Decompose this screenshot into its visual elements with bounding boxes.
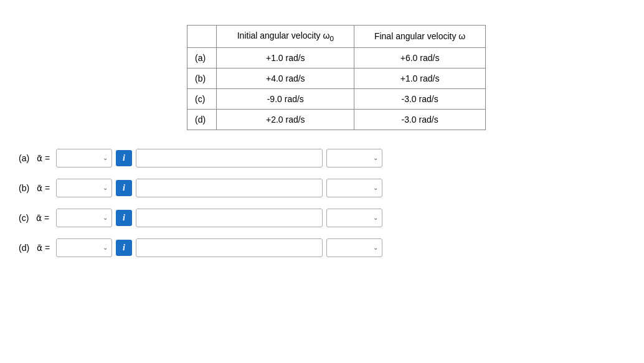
answer-letter-d: (d) — [19, 243, 29, 253]
sign-dropdown-chevron-a: ⌄ — [103, 154, 108, 161]
row-label-(d): (d) — [187, 109, 217, 130]
answer-input-b[interactable] — [136, 179, 323, 197]
sign-dropdown-chevron-b: ⌄ — [103, 184, 108, 191]
sign-dropdown-c[interactable]: ⌄ — [56, 209, 112, 227]
answer-label-a: (a) ᾱ = — [19, 153, 56, 163]
cell-initial-2: -9.0 rad/s — [217, 88, 354, 109]
alpha-symbol-c: ᾱ = — [36, 213, 49, 223]
cell-final-0: +6.0 rad/s — [354, 47, 486, 68]
unit-dropdown-chevron-c: ⌄ — [373, 214, 378, 221]
row-label-(b): (b) — [187, 68, 217, 88]
answer-input-a[interactable] — [136, 149, 323, 167]
cell-final-3: -3.0 rad/s — [354, 109, 486, 130]
unit-dropdown-c[interactable]: ⌄ — [326, 209, 382, 227]
col-final-header: Final angular velocity ω — [354, 26, 486, 48]
cell-initial-1: +4.0 rad/s — [217, 68, 354, 88]
unit-dropdown-d[interactable]: ⌄ — [326, 238, 382, 257]
table-row: (b) +4.0 rad/s +1.0 rad/s — [187, 68, 486, 88]
cell-initial-3: +2.0 rad/s — [217, 109, 354, 130]
answer-label-b: (b) ᾱ = — [19, 183, 56, 193]
answer-row-c: (c) ᾱ = ⌄ i ⌄ — [19, 209, 632, 227]
answer-rows-container: (a) ᾱ = ⌄ i ⌄ (b) ᾱ = ⌄ i ⌄ — [19, 149, 632, 257]
unit-dropdown-b[interactable]: ⌄ — [326, 179, 382, 197]
row-label-(a): (a) — [187, 47, 217, 68]
info-button-a[interactable]: i — [116, 150, 132, 166]
table-row: (d) +2.0 rad/s -3.0 rad/s — [187, 109, 486, 130]
info-button-c[interactable]: i — [116, 210, 132, 226]
cell-final-1: +1.0 rad/s — [354, 68, 486, 88]
answer-row-b: (b) ᾱ = ⌄ i ⌄ — [19, 179, 632, 197]
velocity-table: Initial angular velocity ω0 Final angula… — [187, 25, 486, 130]
sign-dropdown-d[interactable]: ⌄ — [56, 238, 112, 257]
unit-dropdown-chevron-a: ⌄ — [373, 154, 378, 161]
answer-label-d: (d) ᾱ = — [19, 243, 56, 253]
answer-input-c[interactable] — [136, 209, 323, 227]
table-row: (c) -9.0 rad/s -3.0 rad/s — [187, 88, 486, 109]
answer-letter-c: (c) — [19, 213, 29, 223]
alpha-symbol-d: ᾱ = — [37, 243, 50, 253]
answer-row-a: (a) ᾱ = ⌄ i ⌄ — [19, 149, 632, 167]
alpha-symbol-a: ᾱ = — [37, 153, 50, 163]
col-initial-header: Initial angular velocity ω0 — [217, 26, 354, 48]
answer-row-d: (d) ᾱ = ⌄ i ⌄ — [19, 238, 632, 257]
col-empty-header — [187, 26, 217, 48]
data-table-container: Initial angular velocity ω0 Final angula… — [187, 25, 632, 130]
info-button-d[interactable]: i — [116, 240, 132, 256]
answer-label-c: (c) ᾱ = — [19, 213, 56, 223]
unit-dropdown-chevron-b: ⌄ — [373, 184, 378, 191]
unit-dropdown-chevron-d: ⌄ — [373, 244, 378, 251]
row-label-(c): (c) — [187, 88, 217, 109]
sign-dropdown-b[interactable]: ⌄ — [56, 179, 112, 197]
unit-dropdown-a[interactable]: ⌄ — [326, 149, 382, 167]
sign-dropdown-a[interactable]: ⌄ — [56, 149, 112, 167]
sign-dropdown-chevron-c: ⌄ — [103, 214, 108, 221]
answer-input-d[interactable] — [136, 238, 323, 257]
sign-dropdown-chevron-d: ⌄ — [103, 244, 108, 251]
answer-letter-a: (a) — [19, 153, 29, 163]
cell-final-2: -3.0 rad/s — [354, 88, 486, 109]
info-button-b[interactable]: i — [116, 180, 132, 196]
answer-letter-b: (b) — [19, 183, 29, 193]
table-row: (a) +1.0 rad/s +6.0 rad/s — [187, 47, 486, 68]
cell-initial-0: +1.0 rad/s — [217, 47, 354, 68]
alpha-symbol-b: ᾱ = — [37, 183, 50, 193]
